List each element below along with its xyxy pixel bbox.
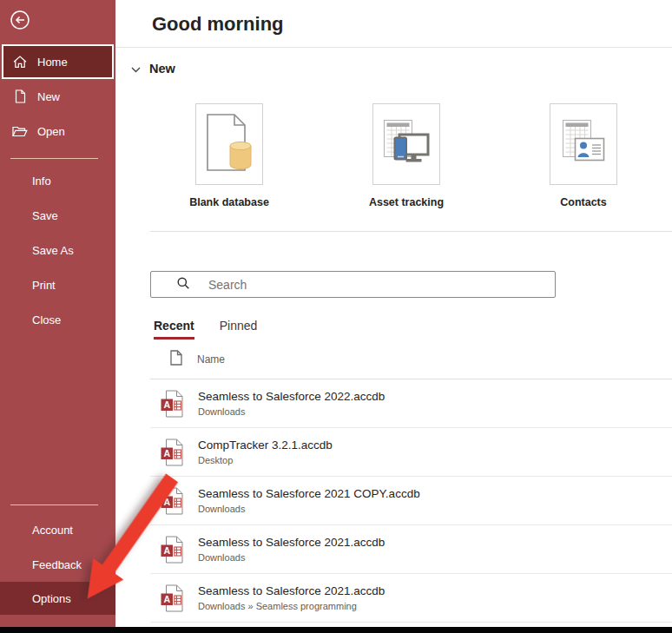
svg-text:A: A [163,399,170,410]
access-file-icon: A [161,487,183,515]
template-label: Contacts [560,196,606,208]
tab-pinned[interactable]: Pinned [220,319,258,340]
svg-text:A: A [163,594,170,604]
contacts-icon [559,118,608,170]
back-arrow-icon [10,20,30,33]
section-divider [150,231,672,232]
name-column-header: Name [197,353,225,366]
sidebar-item-save-as[interactable]: Save As [0,233,115,267]
new-section-header[interactable]: New [131,60,672,76]
file-row[interactable]: A Seamless to Salesforce 2021.accdb Down… [150,525,672,574]
file-location: Downloads [198,551,385,564]
document-icon [170,350,182,368]
window-bottom-edge [0,627,672,633]
svg-text:A: A [163,545,170,556]
file-row[interactable]: A Seamless to Salesforce 2021 COPY.accdb… [150,477,672,525]
sidebar-item-open[interactable]: Open [0,114,115,148]
new-templates-section: New Blank database [115,48,672,208]
sidebar-item-account[interactable]: Account [0,512,115,547]
template-blank-database[interactable]: Blank database [195,103,263,208]
access-backstage-window: Home New Open [0,0,672,633]
sidebar-divider [10,158,98,159]
sidebar-item-print[interactable]: Print [0,267,115,302]
file-row[interactable]: A Seamless to Salesforce 2021.accdb Down… [150,574,672,623]
file-row[interactable]: A Seamless to Salesforce 2022.accdb Down… [150,379,672,428]
sidebar-item-options[interactable]: Options [0,582,115,615]
back-button[interactable] [10,10,30,30]
sidebar-divider [10,504,98,505]
file-location: Downloads » Seamless programming [198,600,385,612]
file-name: CompTracker 3.2.1.accdb [198,438,333,452]
blank-database-icon [204,113,254,175]
access-file-icon: A [161,536,183,564]
recent-files-list: Name A Seamless [150,340,672,623]
backstage-home-panel: Good morning New [115,0,672,633]
search-input[interactable] [207,272,555,297]
sidebar-item-label: New [37,90,60,103]
template-contacts[interactable]: Contacts [550,103,617,208]
search-box[interactable] [150,271,556,298]
tab-recent[interactable]: Recent [154,319,194,340]
access-file-icon: A [161,584,183,612]
template-asset-tracking[interactable]: Asset tracking [372,103,440,208]
search-icon [176,276,190,293]
backstage-sidebar: Home New Open [0,0,115,633]
new-document-icon [12,89,28,103]
home-icon [12,55,28,69]
file-location: Desktop [198,454,333,466]
sidebar-item-close[interactable]: Close [0,302,115,337]
sidebar-item-save[interactable]: Save [0,198,115,233]
template-label: Blank database [189,196,269,208]
file-name: Seamless to Salesforce 2021.accdb [198,584,385,598]
list-header: Name [150,340,672,379]
sidebar-item-home[interactable]: Home [2,44,114,79]
sidebar-item-new[interactable]: New [0,79,115,114]
template-label: Asset tracking [369,196,444,208]
file-location: Downloads [198,503,420,515]
file-name: Seamless to Salesforce 2021 COPY.accdb [198,487,420,501]
svg-text:A: A [163,448,170,458]
recent-pinned-tabs: Recent Pinned [154,319,672,340]
sidebar-item-feedback[interactable]: Feedback [0,547,115,582]
sidebar-item-label: Home [37,56,68,69]
open-folder-icon [12,125,28,137]
file-row[interactable]: A CompTracker 3.2.1.accdb Desktop [150,428,672,477]
access-file-icon: A [161,438,183,466]
greeting-title: Good morning [115,0,672,36]
sidebar-item-label: Open [37,125,65,138]
sidebar-item-info[interactable]: Info [0,163,115,198]
svg-text:A: A [163,497,170,507]
asset-tracking-icon [382,118,431,170]
access-file-icon: A [161,390,183,418]
file-name: Seamless to Salesforce 2022.accdb [198,390,385,404]
file-location: Downloads [198,406,385,418]
file-name: Seamless to Salesforce 2021.accdb [198,536,385,550]
chevron-down-icon [131,61,141,76]
